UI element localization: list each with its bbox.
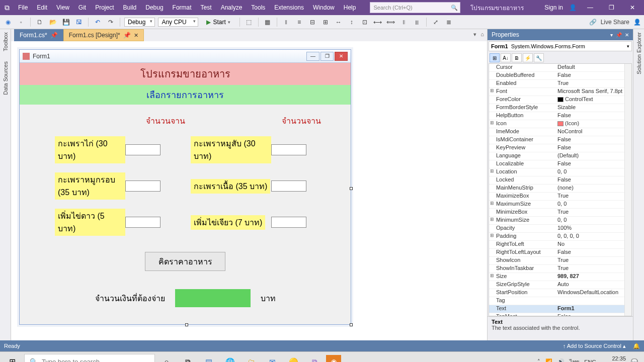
prop-value[interactable]: (none) (555, 185, 631, 192)
expand-icon[interactable]: ⊞ (489, 120, 495, 128)
prop-row-tag[interactable]: Tag (489, 297, 631, 305)
expand-icon[interactable]: ⊞ (489, 273, 495, 281)
align-icon-7[interactable]: ⊡ (360, 17, 370, 27)
back-button[interactable]: ◉ (3, 17, 13, 27)
taskbar-edge-icon[interactable]: 🌐 (220, 354, 239, 363)
expand-icon[interactable] (489, 104, 495, 112)
start-button[interactable]: ▶Start▾ (201, 18, 235, 27)
tab-form1-design[interactable]: Form1.cs [Design]*📌✕ (63, 29, 144, 41)
events-icon[interactable]: ⚡ (523, 53, 533, 62)
expand-icon[interactable] (489, 160, 495, 168)
menu-window[interactable]: Window (309, 2, 339, 13)
prop-row-localizable[interactable]: LocalizableFalse (489, 160, 631, 168)
menu-debug[interactable]: Debug (141, 2, 167, 13)
prop-row-doublebuffered[interactable]: DoubleBufferedFalse (489, 72, 631, 80)
prop-value[interactable]: False (555, 72, 631, 79)
expand-icon[interactable] (489, 281, 495, 289)
prop-row-font[interactable]: ⊞FontMicrosoft Sans Serif, 7.8pt (489, 88, 631, 96)
prop-value[interactable]: WindowsDefaultLocation (555, 289, 631, 297)
prop-row-maximumsize[interactable]: ⊞MaximumSize0, 0 (489, 201, 631, 209)
menu-edit[interactable]: Edit (33, 2, 51, 13)
taskbar-app-orange[interactable]: ◉ (326, 355, 341, 363)
prop-row-minimumsize[interactable]: ⊞MinimumSize0, 0 (489, 217, 631, 225)
expand-icon[interactable] (489, 313, 495, 316)
prop-value[interactable]: No (555, 241, 631, 248)
expand-icon[interactable] (489, 265, 495, 273)
sign-in-link[interactable]: Sign in (544, 4, 563, 11)
menu-view[interactable]: View (52, 2, 73, 13)
prop-row-righttoleftlayout[interactable]: RightToLeftLayoutFalse (489, 249, 631, 257)
props-pin-icon[interactable]: 📌 (616, 32, 622, 38)
input-item-f[interactable] (271, 217, 306, 228)
tool-icon-1[interactable]: ⬚ (244, 17, 254, 27)
prop-value[interactable]: True (555, 257, 631, 264)
start-menu-button[interactable]: ⊞ (2, 354, 22, 363)
expand-icon[interactable] (489, 225, 495, 232)
expand-icon[interactable]: ⊞ (489, 88, 495, 96)
prop-value[interactable]: Default (555, 64, 631, 71)
undo-button[interactable]: ↶ (93, 17, 103, 27)
taskbar-explorer-icon[interactable]: 🗂 (242, 354, 261, 363)
expand-icon[interactable] (489, 176, 495, 184)
prop-row-mainmenustrip[interactable]: MainMenuStrip(none) (489, 185, 631, 193)
add-source-control-button[interactable]: ↑ Add to Source Control ▴ (563, 343, 626, 349)
expand-icon[interactable] (489, 305, 495, 313)
taskbar-chrome-icon[interactable]: 🟡 (284, 354, 303, 363)
prop-value[interactable]: ControlText (555, 96, 631, 104)
expand-icon[interactable] (489, 152, 495, 160)
redo-button[interactable]: ↷ (106, 17, 116, 27)
input-item-a[interactable] (125, 144, 160, 155)
expand-icon[interactable] (489, 144, 495, 152)
menu-tools[interactable]: Tools (247, 2, 269, 13)
windows-search-input[interactable]: 🔍 Type here to search (24, 354, 155, 363)
expand-icon[interactable] (489, 241, 495, 248)
prop-value[interactable]: 0, 0 (555, 201, 631, 208)
tray-volume-icon[interactable]: 🔊 (557, 358, 565, 362)
notifications-icon[interactable]: 🔔 (633, 343, 640, 349)
expand-icon[interactable] (489, 72, 495, 79)
close-tab-icon[interactable]: ✕ (134, 32, 138, 39)
prop-value[interactable]: 100% (555, 225, 631, 232)
prop-row-padding[interactable]: ⊞Padding0, 0, 0, 0 (489, 233, 631, 241)
prop-row-keypreview[interactable]: KeyPreviewFalse (489, 144, 631, 152)
prop-row-helpbutton[interactable]: HelpButtonFalse (489, 112, 631, 120)
expand-icon[interactable] (489, 249, 495, 256)
properties-scrollbar[interactable] (624, 64, 631, 316)
prop-value[interactable]: False (555, 249, 631, 256)
prop-row-formborderstyle[interactable]: FormBorderStyleSizable (489, 104, 631, 112)
expand-icon[interactable] (489, 128, 495, 136)
expand-icon[interactable] (489, 80, 495, 87)
prop-value[interactable]: 0, 0 (555, 217, 631, 224)
user-icon[interactable]: 👤 (569, 4, 577, 11)
menu-test[interactable]: Test (197, 2, 216, 13)
props-close-icon[interactable]: ✕ (625, 32, 629, 38)
resize-handle-e[interactable] (350, 187, 353, 190)
prop-value[interactable]: True (555, 80, 631, 87)
prop-value[interactable]: NoControl (555, 128, 631, 136)
properties-page-icon[interactable]: 🗎 (512, 53, 522, 62)
prop-row-maximizebox[interactable]: MaximizeBoxTrue (489, 193, 631, 201)
open-button[interactable]: 📂 (48, 17, 58, 27)
form-close-button[interactable]: ✕ (335, 52, 348, 61)
prop-row-ismdicontainer[interactable]: IsMdiContainerFalse (489, 136, 631, 144)
prop-row-size[interactable]: ⊞Size989, 827 (489, 273, 631, 281)
align-icon-6[interactable]: ↕ (347, 17, 357, 27)
tray-wifi-icon[interactable]: 📶 (545, 358, 552, 362)
designer-surface[interactable]: Form1 — ❐ ✕ โปรแกรมขายอาหาร เลือกรายการอ… (11, 41, 487, 340)
expand-icon[interactable] (489, 209, 495, 216)
prop-row-showintaskbar[interactable]: ShowInTaskbarTrue (489, 265, 631, 273)
input-item-b[interactable] (271, 144, 306, 155)
window-close-button[interactable]: ✕ (625, 4, 640, 11)
prop-value[interactable]: Auto (555, 281, 631, 289)
quick-search-input[interactable]: Search (Ctrl+Q) 🔍 (370, 2, 460, 13)
align-icon-4[interactable]: ⊞ (320, 17, 331, 27)
prop-value[interactable]: 989, 827 (555, 273, 631, 281)
tab-form1-cs[interactable]: Form1.cs*📌 (14, 29, 63, 41)
tray-notifications-icon[interactable]: 💬 (631, 358, 638, 362)
new-button[interactable]: 🗋 (35, 17, 45, 27)
tool-icon-2[interactable]: ▦ (263, 17, 273, 27)
tray-lang-2[interactable]: ENG (584, 359, 596, 363)
prop-value[interactable]: Form1 (555, 305, 631, 313)
prop-value[interactable]: 0, 0, 0, 0 (555, 233, 631, 240)
prop-row-righttoleft[interactable]: RightToLeftNo (489, 241, 631, 249)
